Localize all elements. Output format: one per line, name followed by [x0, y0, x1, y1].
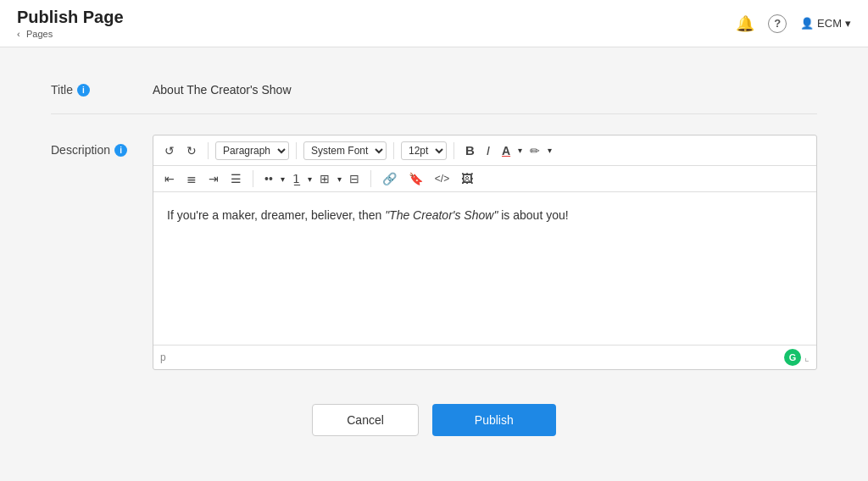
- align-right-button[interactable]: ⇥: [204, 169, 223, 188]
- user-menu[interactable]: 👤 ECM ▾: [800, 17, 851, 30]
- description-label: Description i: [51, 135, 153, 157]
- redo-button[interactable]: ↻: [182, 141, 201, 160]
- resize-handle[interactable]: ⌞: [804, 351, 810, 363]
- highlight-button[interactable]: ✏: [526, 141, 544, 160]
- bookmark-button[interactable]: 🔖: [404, 169, 427, 188]
- paragraph-select[interactable]: Paragraph: [215, 141, 289, 160]
- toolbar-separator-6: [370, 170, 371, 187]
- editor-paragraph: If you're a maker, dreamer, believer, th…: [167, 206, 803, 224]
- editor-footer: p G ⌞: [153, 345, 816, 369]
- editor-content[interactable]: If you're a maker, dreamer, believer, th…: [153, 192, 816, 345]
- toolbar-separator-2: [296, 142, 297, 159]
- image-button[interactable]: 🖼: [457, 169, 477, 188]
- user-icon: 👤: [800, 17, 814, 30]
- font-color-button[interactable]: A: [498, 141, 515, 160]
- breadcrumb[interactable]: ‹ Pages: [17, 28, 124, 40]
- content-italic: "The Creator's Show": [385, 208, 498, 222]
- content-suffix: is about you!: [498, 208, 568, 222]
- undo-button[interactable]: ↺: [160, 141, 179, 160]
- breadcrumb-arrow: ‹: [17, 29, 20, 39]
- description-info-icon[interactable]: i: [114, 144, 127, 157]
- grammarly-icon[interactable]: G: [784, 349, 801, 366]
- italic-button[interactable]: I: [482, 141, 494, 160]
- align-center-button[interactable]: ≣: [182, 169, 201, 188]
- content-plain-before: If you're a maker, dreamer, believer, th…: [167, 208, 385, 222]
- cancel-button[interactable]: Cancel: [312, 404, 419, 436]
- title-value: About The Creator's Show: [153, 81, 817, 97]
- title-label: Title i: [51, 81, 153, 97]
- toolbar-separator-5: [253, 170, 253, 187]
- ordered-list-button[interactable]: 1̲: [288, 169, 304, 188]
- header: Publish Page ‹ Pages 🔔 ? 👤 ECM ▾: [0, 0, 868, 47]
- align-justify-button[interactable]: ☰: [226, 169, 246, 188]
- bullet-dropdown-icon[interactable]: ▾: [281, 174, 285, 184]
- notification-icon[interactable]: 🔔: [736, 14, 754, 33]
- page-title: Publish Page: [17, 8, 124, 27]
- ordered-dropdown-icon[interactable]: ▾: [308, 174, 312, 184]
- toolbar-separator-1: [208, 142, 209, 159]
- toolbar-top: ↺ ↻ Paragraph System Font 12pt B I A ▾: [153, 135, 816, 166]
- link-button[interactable]: 🔗: [378, 169, 401, 188]
- font-color-dropdown-icon[interactable]: ▾: [518, 146, 522, 155]
- user-label: ECM: [817, 17, 842, 30]
- rich-text-editor: ↺ ↻ Paragraph System Font 12pt B I A ▾: [153, 135, 817, 370]
- highlight-dropdown-icon[interactable]: ▾: [548, 146, 552, 155]
- breadcrumb-label: Pages: [26, 29, 53, 39]
- special-table-button[interactable]: ⊟: [345, 169, 364, 188]
- font-select[interactable]: System Font: [303, 141, 387, 160]
- header-right: 🔔 ? 👤 ECM ▾: [736, 14, 851, 33]
- size-select[interactable]: 12pt: [401, 141, 447, 160]
- chevron-down-icon: ▾: [845, 17, 851, 30]
- table-dropdown-icon[interactable]: ▾: [337, 174, 342, 184]
- editor-tag: p: [160, 351, 166, 363]
- description-row: Description i ↺ ↻ Paragraph System Font …: [51, 135, 817, 370]
- publish-button[interactable]: Publish: [432, 404, 556, 436]
- action-row: Cancel Publish: [51, 404, 817, 436]
- main-content: Title i About The Creator's Show Descrip…: [0, 47, 868, 470]
- toolbar-bottom: ⇤ ≣ ⇥ ☰ •• ▾ 1̲ ▾ ⊞ ▾ ⊟ 🔗 🔖 </> 🖼: [153, 166, 816, 192]
- bullet-list-button[interactable]: ••: [260, 169, 277, 188]
- title-row: Title i About The Creator's Show: [51, 81, 817, 114]
- header-left: Publish Page ‹ Pages: [17, 8, 124, 40]
- title-info-icon[interactable]: i: [77, 84, 90, 97]
- align-left-button[interactable]: ⇤: [160, 169, 179, 188]
- help-icon[interactable]: ?: [768, 14, 787, 33]
- code-button[interactable]: </>: [431, 170, 453, 187]
- toolbar-separator-3: [393, 142, 394, 159]
- toolbar-separator-4: [453, 142, 454, 159]
- bold-button[interactable]: B: [461, 141, 479, 160]
- table-button[interactable]: ⊞: [315, 169, 334, 188]
